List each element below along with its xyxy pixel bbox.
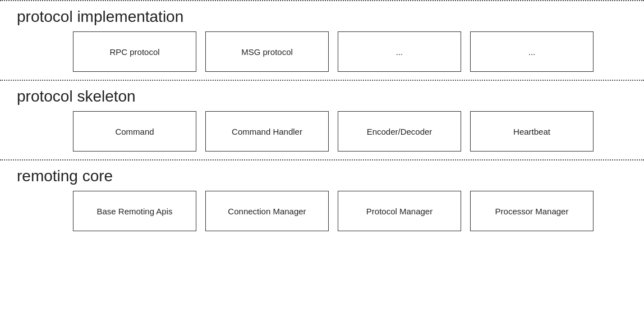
section-remoting-core: remoting coreBase Remoting ApisConnectio…: [0, 159, 644, 239]
section-title-protocol-skeleton: protocol skeleton: [17, 88, 627, 106]
box-protocol-implementation-2: ...: [338, 31, 461, 72]
box-remoting-core-0: Base Remoting Apis: [73, 191, 196, 231]
section-protocol-skeleton: protocol skeletonCommandCommand HandlerE…: [0, 80, 644, 159]
boxes-row-protocol-skeleton: CommandCommand HandlerEncoder/DecoderHea…: [17, 111, 627, 152]
box-protocol-implementation-0: RPC protocol: [73, 31, 196, 72]
boxes-row-protocol-implementation: RPC protocolMSG protocol......: [17, 31, 627, 72]
boxes-row-remoting-core: Base Remoting ApisConnection ManagerProt…: [17, 191, 627, 231]
section-title-protocol-implementation: protocol implementation: [17, 8, 627, 26]
box-remoting-core-2: Protocol Manager: [338, 191, 461, 231]
box-protocol-skeleton-0: Command: [73, 111, 196, 152]
section-title-remoting-core: remoting core: [17, 167, 627, 185]
box-remoting-core-1: Connection Manager: [205, 191, 329, 231]
box-protocol-skeleton-1: Command Handler: [205, 111, 329, 152]
box-protocol-skeleton-2: Encoder/Decoder: [338, 111, 461, 152]
box-protocol-skeleton-3: Heartbeat: [470, 111, 594, 152]
architecture-diagram: protocol implementationRPC protocolMSG p…: [0, 0, 644, 321]
box-protocol-implementation-3: ...: [470, 31, 594, 72]
box-protocol-implementation-1: MSG protocol: [205, 31, 329, 72]
box-remoting-core-3: Processor Manager: [470, 191, 594, 231]
section-protocol-implementation: protocol implementationRPC protocolMSG p…: [0, 0, 644, 80]
